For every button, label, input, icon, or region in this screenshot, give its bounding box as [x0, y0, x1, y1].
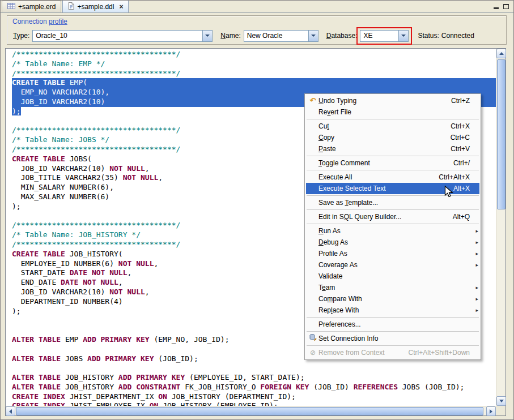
- minimize-button[interactable]: [494, 3, 499, 11]
- menu-item-label: Edit in SQL Query Builder...: [318, 213, 444, 221]
- tab-label: +sample.ddl: [77, 3, 114, 11]
- menu-item-paste[interactable]: PasteCtrl+V: [306, 143, 479, 155]
- combo-arrow-icon: [205, 35, 210, 37]
- code-line[interactable]: CREATE INDEX JHIST_EMPLOYEE_IX ON JOB_HI…: [12, 401, 496, 406]
- code-line[interactable]: /************************************/: [12, 69, 496, 79]
- menu-item-validate[interactable]: Validate: [306, 271, 479, 282]
- type-combo-value: Oracle_10: [33, 31, 202, 41]
- database-combo[interactable]: XE: [360, 30, 409, 42]
- menu-item-label: Run As: [318, 227, 461, 235]
- menu-item-replace-with[interactable]: Replace With▸: [306, 305, 479, 316]
- connection-profile-panel: Connection profile Type:Oracle_10Name:Ne…: [7, 15, 507, 45]
- status-label: Status:: [418, 32, 439, 40]
- menu-separator: [307, 195, 479, 196]
- menu-item-shortcut: Ctrl+Alt+Shift+Down: [409, 349, 472, 357]
- menu-item-label: Paste: [318, 145, 441, 153]
- menu-item-cut[interactable]: CutCtrl+X: [306, 121, 479, 132]
- minimize-icon: [494, 4, 499, 9]
- close-tab-icon[interactable]: ×: [119, 3, 123, 11]
- menu-item-label: Replace With: [318, 306, 461, 314]
- horizontal-scrollbar[interactable]: [6, 406, 496, 415]
- menu-separator: [307, 170, 479, 170]
- menu-item-set-connection-info[interactable]: Set Connection Info: [306, 333, 479, 344]
- menu-item-edit-in-sql-query-builder[interactable]: Edit in SQL Query Builder...Alt+Q: [306, 211, 479, 222]
- menu-item-label: Toggle Comment: [318, 159, 444, 167]
- maximize-icon: [503, 4, 509, 9]
- name-combo[interactable]: New Oracle: [244, 30, 318, 42]
- horizontal-scroll-thumb[interactable]: [16, 407, 483, 415]
- erd-table-icon: [7, 2, 15, 11]
- submenu-arrow-icon: ▸: [472, 251, 478, 256]
- combo-arrow-button[interactable]: [398, 31, 408, 41]
- remove-from-context-icon: ⊘: [307, 349, 318, 357]
- context-menu: ↶Undo TypingCtrl+ZRevert FileCutCtrl+XCo…: [304, 93, 481, 360]
- menu-item-coverage-as[interactable]: Coverage As▸: [306, 259, 479, 271]
- submenu-arrow-icon: ▸: [472, 296, 478, 302]
- code-line[interactable]: CREATE TABLE EMP(: [12, 78, 496, 88]
- menu-item-label: Compare With: [318, 295, 461, 303]
- combo-arrow-button[interactable]: [202, 31, 212, 41]
- code-line[interactable]: /* Table Name: EMP */: [12, 59, 496, 69]
- code-line[interactable]: [12, 363, 496, 373]
- scroll-down-button[interactable]: [496, 396, 506, 406]
- menu-item-shortcut: Ctrl+X: [451, 122, 472, 130]
- menu-item-save-as-template[interactable]: Save as Template...: [306, 197, 479, 208]
- scroll-left-button[interactable]: [6, 406, 15, 416]
- scroll-right-button[interactable]: [486, 406, 496, 416]
- menu-item-execute-selected-text[interactable]: Execute Selected TextAlt+X: [306, 183, 479, 194]
- menu-item-label: Remove from Context: [318, 349, 400, 357]
- menu-item-profile-as[interactable]: Profile As▸: [306, 248, 479, 259]
- menu-separator: [307, 224, 479, 224]
- submenu-arrow-icon: ▸: [472, 307, 478, 313]
- submenu-arrow-icon: ▸: [472, 262, 478, 268]
- name-combo-value: New Oracle: [244, 31, 308, 41]
- menu-item-run-as[interactable]: Run As▸: [306, 225, 479, 237]
- code-line[interactable]: CREATE INDEX JHIST_DEPARTMENT_IX ON JOB_…: [12, 392, 496, 402]
- menu-item-label: Profile As: [318, 250, 461, 258]
- menu-item-label: Validate: [318, 272, 461, 280]
- menu-item-label: Set Connection Info: [318, 335, 461, 342]
- tab-label: +sample.erd: [18, 3, 56, 11]
- type-combo[interactable]: Oracle_10: [32, 30, 213, 42]
- menu-separator: [307, 209, 479, 210]
- maximize-button[interactable]: [503, 3, 509, 11]
- menu-item-shortcut: Ctrl+/: [453, 159, 472, 167]
- menu-item-debug-as[interactable]: Debug As▸: [306, 237, 479, 248]
- menu-item-copy[interactable]: CopyCtrl+C: [306, 132, 479, 143]
- database-combo-value: XE: [360, 31, 398, 41]
- menu-item-team[interactable]: Team▸: [306, 282, 479, 293]
- tab-sample-ddl[interactable]: +sample.ddl ×: [62, 0, 129, 12]
- menu-item-preferences[interactable]: Preferences...: [306, 319, 479, 330]
- submenu-arrow-icon: ▸: [472, 285, 478, 290]
- left-arrow-icon: [9, 409, 12, 414]
- code-line[interactable]: /************************************/: [12, 50, 496, 59]
- menu-item-label: Save as Template...: [318, 199, 461, 207]
- menu-item-label: Team: [318, 284, 461, 292]
- menu-item-label: Revert File: [318, 108, 461, 116]
- menu-item-revert-file[interactable]: Revert File: [306, 106, 479, 118]
- menu-item-shortcut: Alt+Q: [453, 213, 472, 221]
- menu-item-execute-all[interactable]: Execute AllCtrl+Alt+X: [306, 172, 479, 183]
- menu-item-label: Coverage As: [318, 261, 461, 269]
- menu-item-shortcut: Ctrl+V: [451, 145, 472, 153]
- connection-profile-row: Type:Oracle_10Name:New OracleDatabase:XE…: [13, 29, 502, 42]
- connection-info-icon: [307, 334, 318, 343]
- status-value: Connected: [441, 32, 474, 40]
- code-line[interactable]: ALTER TABLE JOB_HISTORY ADD PRIMARY KEY …: [12, 373, 496, 383]
- ddl-file-icon: [68, 2, 74, 11]
- scroll-up-button[interactable]: [496, 49, 506, 58]
- combo-arrow-button[interactable]: [308, 31, 318, 41]
- menu-item-undo-typing[interactable]: ↶Undo TypingCtrl+Z: [306, 95, 479, 106]
- code-line[interactable]: ALTER TABLE JOB_HISTORY ADD CONSTRAINT F…: [12, 383, 496, 392]
- vertical-scrollbar[interactable]: [496, 49, 505, 406]
- vertical-scroll-thumb[interactable]: [497, 59, 505, 209]
- combo-arrow-icon: [401, 35, 406, 37]
- menu-item-shortcut: Ctrl+Z: [451, 97, 472, 105]
- tab-bar: +sample.erd +sample.ddl ×: [1, 1, 513, 13]
- menu-item-label: Preferences...: [318, 320, 461, 328]
- menu-separator: [307, 345, 479, 346]
- tab-sample-erd[interactable]: +sample.erd: [2, 1, 61, 12]
- menu-item-toggle-comment[interactable]: Toggle CommentCtrl+/: [306, 157, 479, 169]
- menu-item-shortcut: Ctrl+Alt+X: [439, 173, 472, 181]
- menu-item-compare-with[interactable]: Compare With▸: [306, 293, 479, 305]
